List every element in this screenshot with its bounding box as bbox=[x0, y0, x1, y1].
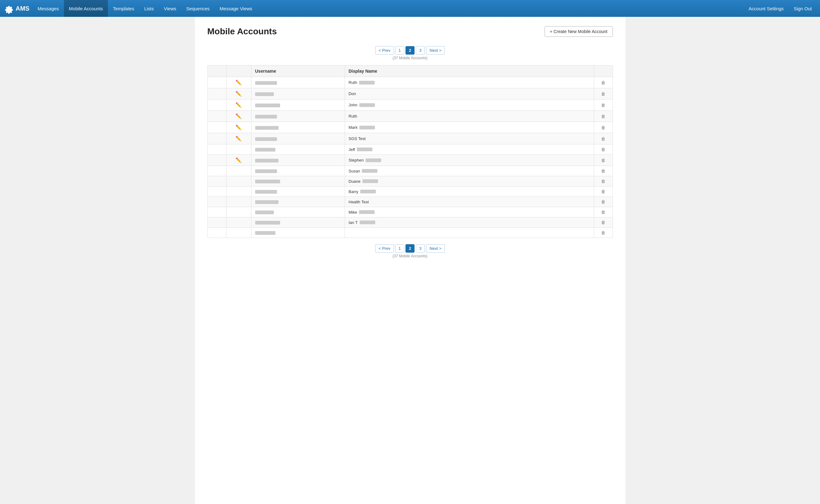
page-3-button-top[interactable]: 3 bbox=[416, 46, 425, 55]
edit-icon[interactable]: ✏️ bbox=[235, 114, 242, 119]
brand-logo[interactable]: AMS bbox=[3, 3, 29, 14]
delete-icon[interactable]: 🗑 bbox=[601, 168, 605, 173]
display-name-text: Ruth bbox=[349, 114, 357, 119]
edit-icon[interactable]: ✏️ bbox=[235, 91, 242, 96]
edit-icon[interactable]: ✏️ bbox=[235, 125, 242, 130]
edit-icon[interactable]: ✏️ bbox=[235, 102, 242, 108]
table-cell-username bbox=[251, 176, 345, 187]
table-cell-empty bbox=[207, 133, 226, 144]
pagination-controls-bottom: < Prev 1 2 3 Next > bbox=[375, 244, 445, 253]
delete-icon[interactable]: 🗑 bbox=[601, 91, 605, 96]
table-cell-username bbox=[251, 88, 345, 99]
nav-templates[interactable]: Templates bbox=[108, 0, 139, 17]
delete-icon[interactable]: 🗑 bbox=[601, 80, 605, 85]
delete-icon[interactable]: 🗑 bbox=[601, 147, 605, 152]
table-cell-display-name: Ruth bbox=[345, 77, 594, 88]
table-cell-edit: ✏️ bbox=[226, 111, 251, 122]
nav-message-views[interactable]: Message Views bbox=[215, 0, 257, 17]
table-row: 🗑 bbox=[207, 228, 613, 238]
nav-views[interactable]: Views bbox=[159, 0, 181, 17]
table-cell-empty bbox=[207, 155, 226, 166]
nav-account-settings[interactable]: Account Settings bbox=[744, 0, 789, 17]
nav-lists[interactable]: Lists bbox=[139, 0, 159, 17]
table-row: ✏️Ruth🗑 bbox=[207, 111, 613, 122]
table-cell-delete: 🗑 bbox=[594, 207, 613, 217]
page-1-button-bottom[interactable]: 1 bbox=[395, 244, 404, 253]
username-blurred bbox=[255, 81, 277, 85]
delete-icon[interactable]: 🗑 bbox=[601, 230, 605, 235]
delete-icon[interactable]: 🗑 bbox=[601, 125, 605, 130]
username-blurred bbox=[255, 200, 279, 204]
table-cell-delete: 🗑 bbox=[594, 155, 613, 166]
nav-mobile-accounts[interactable]: Mobile Accounts bbox=[64, 0, 108, 17]
display-name-text: Mike bbox=[349, 210, 357, 215]
create-mobile-account-button[interactable]: + Create New Mobile Account bbox=[545, 26, 613, 37]
table-cell-delete: 🗑 bbox=[594, 197, 613, 207]
display-name-suffix-blurred bbox=[359, 210, 375, 214]
table-cell-display-name: Mark bbox=[345, 122, 594, 133]
table-cell-delete: 🗑 bbox=[594, 144, 613, 155]
delete-icon[interactable]: 🗑 bbox=[601, 220, 605, 225]
table-cell-username bbox=[251, 77, 345, 88]
table-header-row: Username Display Name bbox=[207, 65, 613, 77]
table-row: ✏️SGS Test🗑 bbox=[207, 133, 613, 144]
page-1-button-top[interactable]: 1 bbox=[395, 46, 404, 55]
edit-icon[interactable]: ✏️ bbox=[235, 136, 242, 141]
edit-icon[interactable]: ✏️ bbox=[235, 80, 242, 85]
nav-messages[interactable]: Messages bbox=[32, 0, 64, 17]
pagination-controls-top: < Prev 1 2 3 Next > bbox=[375, 46, 445, 55]
username-blurred bbox=[255, 92, 274, 96]
page-title: Mobile Accounts bbox=[207, 27, 277, 36]
table-cell-username bbox=[251, 217, 345, 228]
table-row: Barry🗑 bbox=[207, 187, 613, 197]
table-cell-delete: 🗑 bbox=[594, 166, 613, 176]
page-2-button-bottom[interactable]: 2 bbox=[405, 244, 415, 253]
table-row: ✏️Mark🗑 bbox=[207, 122, 613, 133]
delete-icon[interactable]: 🗑 bbox=[601, 158, 605, 163]
delete-icon[interactable]: 🗑 bbox=[601, 114, 605, 119]
delete-icon[interactable]: 🗑 bbox=[601, 189, 605, 194]
accounts-table: Username Display Name ✏️Ruth🗑✏️Don🗑✏️Joh… bbox=[207, 65, 613, 238]
delete-icon[interactable]: 🗑 bbox=[601, 136, 605, 141]
delete-icon[interactable]: 🗑 bbox=[601, 103, 605, 108]
display-name-suffix-blurred bbox=[362, 179, 378, 183]
table-cell-empty bbox=[207, 122, 226, 133]
delete-icon[interactable]: 🗑 bbox=[601, 179, 605, 184]
edit-icon[interactable]: ✏️ bbox=[235, 157, 242, 163]
nav-links: Messages Mobile Accounts Templates Lists… bbox=[32, 0, 817, 17]
next-button-top[interactable]: Next > bbox=[426, 46, 445, 55]
page-3-button-bottom[interactable]: 3 bbox=[416, 244, 425, 253]
table-cell-delete: 🗑 bbox=[594, 122, 613, 133]
display-name-text: Barry bbox=[349, 189, 358, 194]
display-name-suffix-blurred bbox=[360, 190, 376, 193]
table-cell-empty bbox=[207, 144, 226, 155]
nav-sign-out[interactable]: Sign Out bbox=[789, 0, 817, 17]
delete-icon[interactable]: 🗑 bbox=[601, 210, 605, 215]
prev-button-bottom[interactable]: < Prev bbox=[375, 244, 394, 253]
table-cell-delete: 🗑 bbox=[594, 99, 613, 111]
table-cell-display-name: Ruth bbox=[345, 111, 594, 122]
username-blurred bbox=[255, 104, 280, 107]
pagination-count-top: (37 Mobile Accounts) bbox=[392, 56, 427, 60]
table-cell-delete: 🗑 bbox=[594, 217, 613, 228]
nav-sequences[interactable]: Sequences bbox=[181, 0, 215, 17]
table-cell-username bbox=[251, 144, 345, 155]
table-row: Jeff🗑 bbox=[207, 144, 613, 155]
table-cell-edit bbox=[226, 166, 251, 176]
username-blurred bbox=[255, 180, 280, 183]
page-2-button-top[interactable]: 2 bbox=[405, 46, 415, 55]
table-cell-username bbox=[251, 166, 345, 176]
table-cell-display-name: Ian T bbox=[345, 217, 594, 228]
table-cell-edit bbox=[226, 187, 251, 197]
display-name-text: Don bbox=[349, 91, 356, 96]
delete-icon[interactable]: 🗑 bbox=[601, 199, 605, 204]
table-cell-display-name: Stephen bbox=[345, 155, 594, 166]
table-cell-delete: 🗑 bbox=[594, 187, 613, 197]
username-blurred bbox=[255, 190, 277, 194]
brand-name: AMS bbox=[16, 5, 29, 12]
table-cell-delete: 🗑 bbox=[594, 133, 613, 144]
prev-button-top[interactable]: < Prev bbox=[375, 46, 394, 55]
display-name-suffix-blurred bbox=[362, 169, 377, 173]
next-button-bottom[interactable]: Next > bbox=[426, 244, 445, 253]
username-blurred bbox=[255, 126, 279, 130]
